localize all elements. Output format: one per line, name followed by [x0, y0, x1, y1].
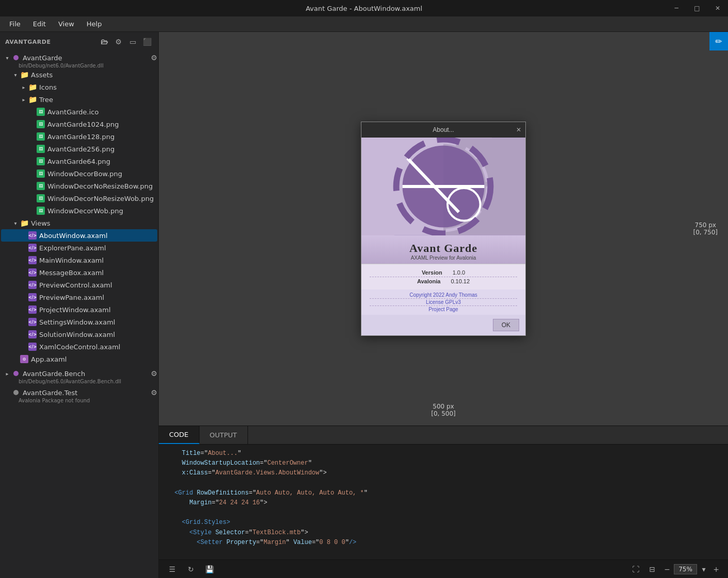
preview-title-area: Avant Garde AXAML Preview for Avalonia — [361, 235, 525, 264]
file-aboutwindow[interactable]: </> AboutWindow.axaml — [1, 229, 157, 242]
dimension-bottom: 500 px [0, 500] — [431, 403, 456, 417]
zoom-chevron-button[interactable]: ▾ — [698, 564, 709, 575]
code-line-6: Margin="24 24 24 16"> — [167, 498, 720, 508]
preview-subtitle: AXAML Preview for Avalonia — [366, 255, 521, 261]
preview-ok-button[interactable]: OK — [493, 319, 519, 331]
file-solutionwindow[interactable]: </> SolutionWindow.axaml — [1, 328, 157, 341]
arrow-empty-20 — [11, 355, 20, 363]
zoom-minus-button[interactable]: − — [661, 564, 673, 575]
img-icon-256: 🖼 — [36, 144, 45, 154]
arrow-empty-19 — [20, 343, 28, 351]
gear-icon-avantgarde[interactable]: ⚙ — [151, 54, 157, 62]
arrow-empty-8 — [28, 194, 36, 202]
preview-close-icon[interactable]: ✕ — [516, 126, 521, 133]
label-aboutwindow: AboutWindow.axaml — [39, 232, 157, 240]
project-avantgarde-test[interactable]: AvantGarde.Test ⚙ — [1, 386, 157, 399]
xaml-icon-settings: </> — [28, 317, 37, 327]
file-avantgarde-256[interactable]: 🖼 AvantGarde256.png — [1, 143, 157, 155]
file-previewpane[interactable]: </> PreviewPane.axaml — [1, 291, 157, 303]
save-icon-button[interactable]: 💾 — [202, 562, 217, 576]
file-messagebox[interactable]: </> MessageBox.axaml — [1, 266, 157, 279]
dim-right-px: 750 px — [693, 222, 718, 229]
code-line-1: Title="About..." — [167, 449, 720, 458]
menu-view[interactable]: View — [53, 18, 79, 30]
preview-buttons: OK — [361, 315, 525, 335]
file-projectwindow[interactable]: </> ProjectWindow.axaml — [1, 303, 157, 316]
img-icon-wob: 🖼 — [36, 206, 45, 215]
preview-avalonia-label: Avalonia — [417, 278, 440, 284]
folder-assets[interactable]: 📁 Assets — [1, 69, 157, 81]
arrow-views — [11, 219, 20, 227]
collapse-button[interactable]: ⬛ — [142, 36, 153, 47]
arrow-empty-9 — [28, 207, 36, 215]
file-avantgarde-ico[interactable]: 🖼 AvantGarde.ico — [1, 106, 157, 118]
preview-info: Version 1.0.0 Avalonia 0.10.12 — [361, 264, 525, 290]
toolbar-right: ⛶ ⊟ − 75% ▾ + — [628, 562, 722, 576]
label-explorerpane: ExplorerPane.axaml — [39, 244, 157, 252]
file-windowdecorbow[interactable]: 🖼 WindowDecorBow.png — [1, 167, 157, 180]
dim-bottom-px: 500 px — [431, 403, 456, 410]
preview-window-title: About... — [433, 126, 454, 133]
sidebar-tree: AvantGarde ⚙ bin/Debug/net6.0/AvantGarde… — [0, 52, 158, 578]
code-line-8: <Grid.Styles> — [167, 518, 720, 528]
refresh-button[interactable]: ↻ — [184, 562, 198, 576]
arrow-empty-13 — [20, 268, 28, 277]
file-settingswindow[interactable]: </> SettingsWindow.axaml — [1, 316, 157, 328]
preview-project-page[interactable]: Project Page — [370, 306, 517, 313]
folder-views[interactable]: 📁 Views — [1, 217, 157, 229]
list-icon-button[interactable]: ☰ — [165, 562, 179, 576]
file-avantgarde-64[interactable]: 🖼 AvantGarde64.png — [1, 155, 157, 167]
project-arrow-avantgarde — [3, 54, 11, 62]
tab-output[interactable]: OUTPUT — [200, 426, 248, 444]
file-windowdecorwob[interactable]: 🖼 WindowDecorWob.png — [1, 205, 157, 217]
folder-icon-views: 📁 — [20, 218, 29, 228]
file-mainwindow[interactable]: </> MainWindow.axaml — [1, 254, 157, 266]
file-avantgarde-128[interactable]: 🖼 AvantGarde128.png — [1, 130, 157, 143]
bottom-panel: CODE OUTPUT Title="About..." WindowStart… — [159, 426, 728, 559]
edit-button[interactable]: ✏ — [709, 32, 728, 50]
file-avantgarde-1024[interactable]: 🖼 AvantGarde1024.png — [1, 118, 157, 130]
file-previewcontrol[interactable]: </> PreviewControl.axaml — [1, 279, 157, 291]
preview-image-area — [361, 138, 525, 235]
img-icon-bow: 🖼 — [36, 169, 45, 178]
xaml-icon-previewpane: </> — [28, 293, 37, 302]
gear-icon-test[interactable]: ⚙ — [151, 388, 157, 397]
project-avantgarde-bench[interactable]: AvantGarde.Bench ⚙ — [1, 367, 157, 380]
settings-button[interactable]: ⚙ — [113, 36, 124, 47]
folder-icons[interactable]: 📁 Icons — [1, 81, 157, 93]
folder-tree[interactable]: 📁 Tree — [1, 93, 157, 106]
arrow-empty-11 — [20, 244, 28, 252]
label-icons: Icons — [39, 83, 157, 91]
expand-icon-button[interactable]: ⛶ — [628, 562, 643, 576]
menu-file[interactable]: File — [4, 18, 26, 30]
preview-license[interactable]: License GPLv3 — [370, 299, 517, 306]
label-128: AvantGarde128.png — [47, 133, 157, 141]
file-app[interactable]: ⚙ App.axaml — [1, 353, 157, 365]
arrow-test — [3, 388, 11, 397]
tab-code[interactable]: CODE — [159, 426, 200, 444]
zoom-plus-button[interactable]: + — [710, 564, 722, 575]
gear-icon-bench[interactable]: ⚙ — [151, 369, 157, 378]
label-noresizebow: WindowDecorNoResizeBow.png — [47, 182, 157, 190]
zoom-value-display[interactable]: 75% — [674, 564, 697, 574]
preview-copyright: Copyright 2022 Andy Thomas — [370, 292, 517, 299]
file-explorerpane[interactable]: </> ExplorerPane.axaml — [1, 242, 157, 254]
file-windowdecornoresizebow[interactable]: 🖼 WindowDecorNoResizeBow.png — [1, 180, 157, 192]
file-xamlcodecontrol[interactable]: </> XamlCodeControl.axaml — [1, 341, 157, 353]
split-button[interactable]: ▭ — [127, 36, 139, 47]
minimize-button[interactable]: ─ — [666, 0, 687, 16]
file-windowdecornoresizewob[interactable]: 🖼 WindowDecorNoResizeWob.png — [1, 192, 157, 205]
project-avantgarde[interactable]: AvantGarde ⚙ — [1, 52, 157, 64]
maximize-button[interactable]: □ — [687, 0, 707, 16]
project-label-avantgarde: AvantGarde — [23, 54, 148, 62]
arrow-tree — [20, 95, 28, 104]
preview-avalonia-value: 0.10.12 — [451, 278, 470, 284]
new-folder-button[interactable]: 🗁 — [98, 36, 110, 47]
collapse-icon-button[interactable]: ⊟ — [645, 562, 659, 576]
code-editor[interactable]: Title="About..." WindowStartupLocation="… — [159, 445, 728, 559]
label-bow: WindowDecorBow.png — [47, 170, 157, 178]
label-views: Views — [31, 219, 157, 227]
menu-edit[interactable]: Edit — [28, 18, 51, 30]
close-button[interactable]: ✕ — [707, 0, 728, 16]
menu-help[interactable]: Help — [81, 18, 107, 30]
